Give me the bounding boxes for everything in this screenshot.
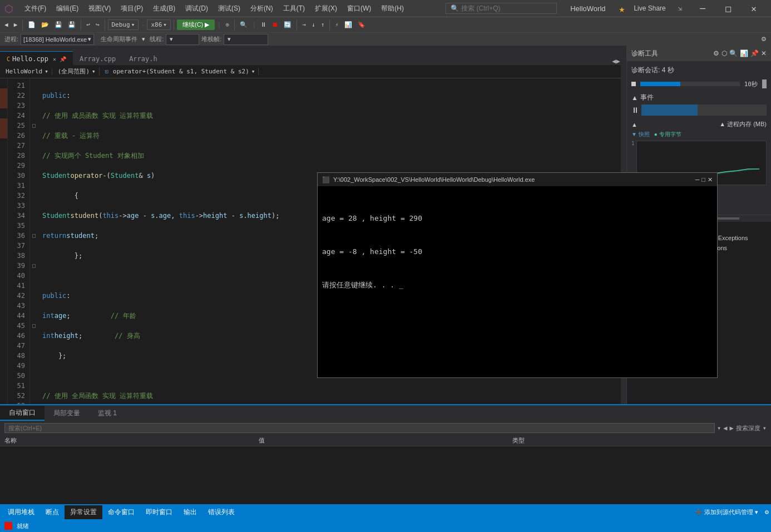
step-out[interactable]: ↑ [319, 20, 327, 29]
ln37: 37 [10, 241, 25, 251]
gutter-line26 [0, 128, 7, 138]
tab-hello-cpp[interactable]: C Hello.cpp ✕ 📌 [0, 51, 73, 65]
timer-indicator [631, 82, 636, 86]
tab-auto-window[interactable]: 自动窗口 [0, 406, 45, 421]
fm31 [30, 181, 38, 191]
tab-watch1[interactable]: 监视 1 [89, 406, 126, 420]
toolbar-back[interactable]: ◀ [2, 20, 11, 29]
process-dropdown[interactable]: [18368] HelloWorld.exe ▾ [21, 34, 94, 45]
memory-btn[interactable]: 📊 [342, 20, 354, 29]
stop-btn[interactable]: ⏹ [270, 20, 280, 29]
toolbar-save[interactable]: 💾 [52, 20, 65, 29]
menu-analyze[interactable]: 分析(N) [246, 3, 278, 14]
toolbar-new[interactable]: 📄 [26, 20, 38, 29]
toolbar-forward[interactable]: ▶ [12, 20, 20, 29]
scope-dropdown[interactable]: (全局范围) ▾ [55, 67, 100, 76]
fm45[interactable]: □ [30, 321, 38, 331]
debug-tab-exceptions[interactable]: 异常设置 [65, 505, 102, 519]
diag-select-icon[interactable]: ⬡ [721, 49, 727, 57]
debug-tab-breakpoints[interactable]: 断点 [40, 505, 65, 519]
console-min[interactable]: ─ [695, 176, 700, 183]
menu-build[interactable]: 生成(B) [149, 3, 180, 14]
step-over[interactable]: → [300, 20, 308, 29]
lifecycle-dropdown[interactable]: ▾ [140, 34, 147, 44]
search-back-btn[interactable]: ◀ [723, 424, 727, 432]
search-fwd-btn[interactable]: ▶ [730, 424, 734, 432]
performance-btn[interactable]: ⚡ [333, 20, 341, 29]
minimize-button[interactable]: ─ [690, 0, 715, 17]
menu-view[interactable]: 视图(V) [84, 3, 115, 14]
menu-window[interactable]: 窗口(W) [343, 3, 375, 14]
menu-test[interactable]: 测试(S) [214, 3, 245, 14]
menu-help[interactable]: 帮助(H) [377, 3, 408, 14]
toolbar-redo[interactable]: ↪ [93, 20, 102, 29]
pause-btn[interactable]: ⏸ [258, 20, 269, 29]
diag-pin-icon[interactable]: 📌 [750, 49, 759, 57]
process-value: [18368] HelloWorld.exe [23, 36, 87, 43]
menu-file[interactable]: 文件(F) [20, 3, 51, 14]
toolbar-save-all[interactable]: 💾 [66, 20, 78, 29]
menu-debug[interactable]: 调试(D) [181, 3, 212, 14]
debug-config-dropdown[interactable]: Debug ▾ [108, 19, 139, 30]
maximize-button[interactable]: □ [715, 0, 741, 17]
diag-search-icon[interactable]: 🔍 [729, 49, 738, 57]
diag-chart-icon[interactable]: 📊 [740, 49, 748, 57]
diag-close-icon[interactable]: ✕ [761, 49, 767, 57]
continue-button[interactable]: 继续(C) ▶ [177, 19, 215, 30]
tab-scroll-right[interactable]: ▶ [616, 57, 620, 65]
search-options-btn[interactable]: ▾ [717, 424, 721, 432]
event-pause-btn[interactable]: ⏸ [631, 106, 639, 115]
console-max[interactable]: □ [701, 176, 705, 183]
menu-edit[interactable]: 编辑(E) [52, 3, 83, 14]
profile-icon[interactable]: ⇲ [675, 4, 685, 12]
toolbar-open[interactable]: 📂 [39, 20, 51, 29]
ln52: 52 [10, 391, 25, 401]
tab-locals[interactable]: 局部变量 [45, 406, 89, 420]
step-into[interactable]: ↓ [309, 20, 318, 29]
console-close[interactable]: ✕ [708, 176, 713, 183]
stack-label: 堆栈帧: [201, 35, 221, 43]
fm36[interactable]: □ [30, 231, 38, 241]
debug-tab-immediate[interactable]: 即时窗口 [140, 505, 178, 519]
toolbar-sep7 [329, 19, 330, 31]
debug-tab-output[interactable]: 输出 [178, 505, 202, 519]
bottom-panel-tabs: 自动窗口 局部变量 监视 1 [0, 405, 771, 421]
tab-scroll-left[interactable]: ◀ [612, 57, 616, 65]
close-button[interactable]: ✕ [741, 0, 767, 17]
debug-tab-errorlist[interactable]: 错误列表 [202, 505, 240, 519]
auto-search-input[interactable] [4, 423, 715, 433]
toolbar-undo[interactable]: ↩ [84, 20, 92, 29]
restart-btn[interactable]: 🔄 [281, 20, 294, 29]
arch-dropdown[interactable]: x86 ▾ [147, 19, 171, 30]
debug-tab-callstack[interactable]: 调用堆栈 [2, 505, 40, 519]
debug-tab-command[interactable]: 命令窗口 [102, 505, 140, 519]
search-depth-dropdown[interactable]: ▾ [763, 424, 767, 432]
func-dropdown[interactable]: ⊡ operator+(Student & s1, Student & s2) … [102, 68, 259, 75]
tab-array-h[interactable]: Array.h [122, 51, 164, 65]
tab-array-cpp[interactable]: Array.cpp [73, 51, 122, 65]
global-search-input[interactable] [461, 4, 539, 12]
events-collapse-icon[interactable]: ▲ [631, 94, 638, 102]
zoom-in[interactable]: 🔍 [238, 20, 250, 29]
menu-tools[interactable]: 工具(T) [279, 3, 309, 14]
menu-extensions[interactable]: 扩展(X) [310, 3, 342, 14]
fm39[interactable]: □ [30, 261, 38, 271]
toolbar-sep1 [22, 19, 23, 31]
global-search-box[interactable]: 🔍 [446, 3, 557, 14]
tab-pin[interactable]: 📌 [60, 56, 66, 62]
bookmark-btn[interactable]: 🔖 [355, 20, 368, 29]
menu-project[interactable]: 项目(P) [116, 3, 147, 14]
class-dropdown[interactable]: HelloWorld ▾ [2, 68, 52, 75]
tab-close-hello[interactable]: ✕ [53, 56, 56, 62]
tab-label-array: Array.cpp [80, 55, 116, 63]
thread-dropdown[interactable]: ▾ [166, 34, 199, 45]
ln36: 36 [10, 231, 25, 241]
memory-collapse-icon[interactable]: ▲ [631, 121, 637, 128]
fm25[interactable]: □ [30, 121, 38, 131]
live-share-button[interactable]: Live Share [629, 3, 670, 13]
settings-icon-status[interactable]: ⚙ [765, 508, 769, 516]
add-source-btn[interactable]: ➕ 添加到源代码管理 ▾ [690, 508, 763, 516]
stack-dropdown[interactable]: ▾ [224, 34, 268, 45]
diag-settings-icon[interactable]: ⚙ [713, 49, 719, 57]
attach-process[interactable]: ⊕ [224, 20, 232, 29]
